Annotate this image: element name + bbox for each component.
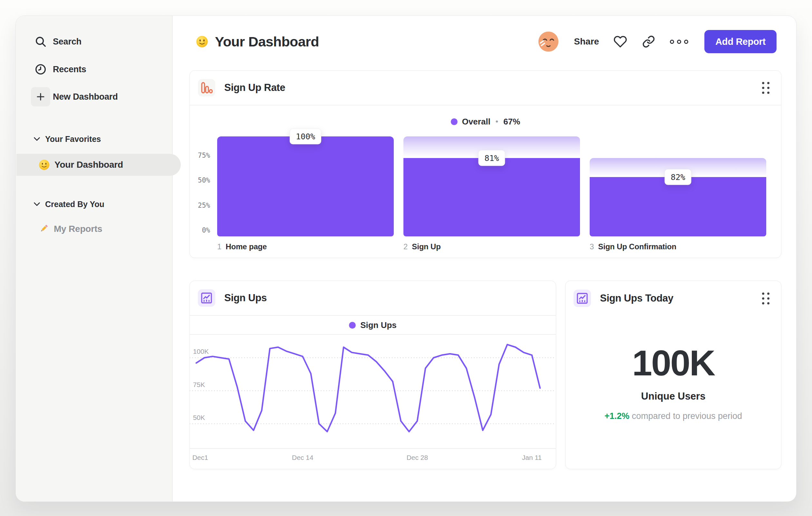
funnel-ytick: 50% <box>198 176 210 184</box>
drag-handle-icon[interactable] <box>760 291 772 306</box>
delta-value: +1.2% <box>605 411 629 421</box>
funnel-step-label: Sign Up Confirmation <box>598 242 676 251</box>
card-header: Sign Ups Today <box>566 281 781 316</box>
clock-icon <box>34 63 47 76</box>
x-axis-label: Dec 14 <box>292 454 314 461</box>
card-header: Sign Up Rate <box>190 71 781 105</box>
signups-line-series <box>196 345 540 432</box>
funnel-step-label: Sign Up <box>412 242 440 251</box>
add-report-button[interactable]: Add Report <box>704 30 777 53</box>
section-title: Created By You <box>45 200 105 209</box>
funnel-value-chip: 81% <box>478 150 505 166</box>
sidebar-section-created-by-you[interactable]: Created By You <box>16 197 172 211</box>
card-title: Sign Up Rate <box>224 82 760 93</box>
sidebar-item-label: New Dashboard <box>53 92 118 102</box>
funnel-bar[interactable] <box>590 177 766 236</box>
page-title: Your Dashboard <box>196 33 319 51</box>
signups-legend: Sign Ups <box>190 318 556 332</box>
stat-subtitle: Unique Users <box>566 390 781 402</box>
line-chart-icon <box>574 290 591 307</box>
funnel-bar[interactable] <box>217 136 394 236</box>
funnel-ytick: 25% <box>198 201 210 209</box>
sidebar-item-recents[interactable]: Recents <box>16 59 172 80</box>
sidebar-item-label: My Reports <box>54 224 102 234</box>
header-actions: Share Add Report <box>539 30 777 53</box>
sidebar: Search Recents New Dashboard Your Favori… <box>16 16 173 501</box>
chevron-down-icon <box>34 137 40 141</box>
funnel-value-chip: 100% <box>290 129 321 144</box>
avatar[interactable] <box>539 32 558 52</box>
signups-plot: 100K75K50KDec1Dec 14Dec 28Jan 11 <box>190 335 556 469</box>
funnel-ytick: 75% <box>198 152 210 159</box>
sidebar-item-label: Recents <box>53 64 86 75</box>
line-chart-icon <box>198 289 215 307</box>
section-title: Your Favorites <box>45 134 101 144</box>
sidebar-item-my-reports[interactable]: My Reports <box>16 220 172 238</box>
favorite-heart-icon[interactable] <box>613 34 627 49</box>
x-axis-label: Dec1 <box>192 454 208 461</box>
share-button[interactable]: Share <box>574 36 599 47</box>
legend-dot <box>349 322 356 329</box>
funnel-step-number: 1 <box>217 242 221 251</box>
sidebar-item-your-dashboard[interactable]: Your Dashboard <box>17 154 181 176</box>
sidebar-item-new-dashboard[interactable]: New Dashboard <box>16 86 172 107</box>
funnel-step-number: 3 <box>590 242 594 251</box>
funnel-category: 1 Home page <box>217 242 267 251</box>
stat-delta-row: +1.2% compared to previous period <box>566 411 781 421</box>
y-axis-label: 75K <box>193 381 205 388</box>
more-options-icon[interactable] <box>670 40 688 44</box>
plus-icon <box>31 87 50 106</box>
funnel-step-number: 2 <box>403 242 408 251</box>
sidebar-item-label: Your Dashboard <box>54 160 123 170</box>
chevron-down-icon <box>34 202 40 206</box>
y-axis-label: 50K <box>193 414 205 421</box>
funnel-ytick: 0% <box>202 226 210 234</box>
funnel-category: 3 Sign Up Confirmation <box>590 242 676 251</box>
funnel-step-label: Home page <box>226 242 267 251</box>
signup-rate-plot: 75%50%25%0%100%1 Home page81%2 Sign Up82… <box>190 105 781 258</box>
smiley-emoji <box>196 35 208 48</box>
card-sign-up-rate: Sign Up Rate Overall • 67% 75%50%25%0%10… <box>190 70 781 258</box>
card-sign-ups: Sign Ups Sign Ups 100K75K50KDec1Dec 14De… <box>190 280 556 469</box>
pencil-emoji <box>38 223 49 235</box>
funnel-bar[interactable] <box>403 158 580 236</box>
stat-value: 100K <box>566 342 781 384</box>
funnel-value-chip: 82% <box>664 169 691 185</box>
copy-link-icon[interactable] <box>642 34 656 49</box>
drag-handle-icon[interactable] <box>760 80 772 96</box>
sidebar-item-label: Search <box>53 37 82 47</box>
sidebar-item-search[interactable]: Search <box>16 31 172 52</box>
page-title-text: Your Dashboard <box>215 34 319 50</box>
card-header: Sign Ups <box>190 281 556 316</box>
sidebar-section-your-favorites[interactable]: Your Favorites <box>16 132 172 146</box>
search-icon <box>34 35 47 48</box>
card-title: Sign Ups Today <box>600 293 760 304</box>
card-sign-ups-today: Sign Ups Today 100K Unique Users +1.2% c… <box>565 280 781 469</box>
delta-note: compared to previous period <box>632 411 742 421</box>
smiley-emoji <box>38 159 50 171</box>
y-axis-label: 100K <box>193 348 209 355</box>
x-axis-label: Jan 11 <box>522 454 542 461</box>
funnel-chart-icon <box>198 79 215 97</box>
app-window: Search Recents New Dashboard Your Favori… <box>16 16 796 502</box>
legend-label: Sign Ups <box>360 320 397 330</box>
funnel-category: 2 Sign Up <box>403 242 441 251</box>
card-title: Sign Ups <box>224 292 546 304</box>
x-axis-label: Dec 28 <box>407 454 428 461</box>
